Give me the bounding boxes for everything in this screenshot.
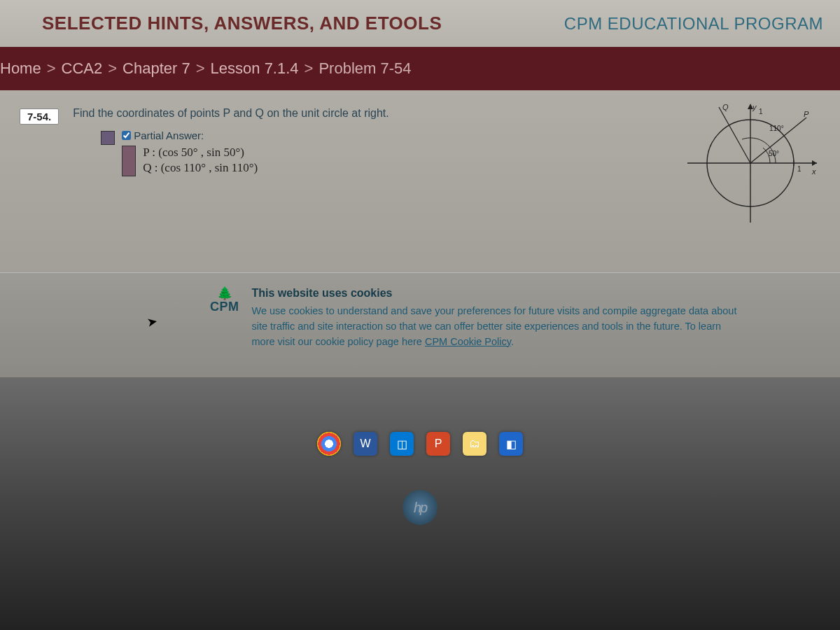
problem-number-badge: 7-54. [20,108,59,125]
breadcrumb-sep: > [47,59,56,78]
page-header: SELECTED HINTS, ANSWERS, AND ETOOLS CPM … [0,0,840,47]
problem-prompt: Find the coordinates of points P and Q o… [73,107,666,120]
cookie-title: This website uses cookies [252,287,742,300]
crumb-home[interactable]: Home [0,59,41,78]
taskbar-explorer-icon[interactable]: 🗂 [463,432,486,456]
cpm-logo-text: CPM [210,300,239,314]
diagram-label-x: x [811,167,816,176]
diagram-label-one-x: 1 [797,165,802,173]
taskbar-powerpoint-icon[interactable]: P [426,432,450,456]
partial-answer-label: Partial Answer: [134,130,204,141]
taskbar-chrome-icon[interactable] [317,432,341,456]
cookie-body-post: . [511,336,514,347]
step-thumb-icon[interactable] [122,146,136,176]
diagram-label-110: 110° [769,125,784,132]
diagram-label-one-y: 1 [759,108,763,115]
answer-line-p: P : (cos 50° , sin 50°) [143,146,258,160]
svg-marker-1 [812,160,817,166]
svg-line-6 [719,107,750,163]
answer-block: Partial Answer: P : (cos 50° , sin 50°) … [101,130,666,176]
problem-body: Find the coordinates of points P and Q o… [73,107,666,176]
cookie-body: We use cookies to understand and save yo… [252,304,742,349]
hp-logo-icon: hp [402,490,438,525]
unit-circle-diagram: Q y 1 P 110° 50° 1 x [680,100,820,226]
cpm-logo: 🌲 CPM [210,287,239,314]
crumb-problem: Problem 7-54 [318,59,411,78]
hint-thumb-icon[interactable] [101,131,115,145]
breadcrumb: Home > CCA2 > Chapter 7 > Lesson 7.1.4 >… [0,47,840,90]
cpm-tree-icon: 🌲 [217,287,232,300]
cookie-banner: 🌲 CPM This website uses cookies We use c… [0,272,840,377]
taskbar-word-icon[interactable]: W [354,432,377,456]
diagram-label-y: y [752,103,757,111]
breadcrumb-sep: > [196,59,205,78]
diagram-label-50: 50° [769,150,779,158]
cookie-policy-link[interactable]: CPM Cookie Policy [425,336,511,347]
breadcrumb-sep: > [304,59,314,78]
crumb-chapter[interactable]: Chapter 7 [122,59,190,78]
diagram-label-q: Q [722,103,729,111]
diagram-label-p: P [804,110,809,118]
taskbar-outlook-icon[interactable]: ◫ [390,432,414,456]
header-title-right: CPM EDUCATIONAL PROGRAM [564,14,823,34]
problem-content: 7-54. Find the coordinates of points P a… [0,90,840,272]
header-title-left: SELECTED HINTS, ANSWERS, AND ETOOLS [42,13,442,34]
taskbar-app-icon[interactable]: ◧ [499,432,523,456]
crumb-lesson[interactable]: Lesson 7.1.4 [211,59,299,78]
taskbar: W ◫ P 🗂 ◧ [0,427,840,461]
crumb-cca2[interactable]: CCA2 [62,59,103,78]
answer-line-q: Q : (cos 110° , sin 110°) [143,161,258,175]
partial-answer-checkbox[interactable] [122,131,131,140]
breadcrumb-sep: > [108,59,117,78]
